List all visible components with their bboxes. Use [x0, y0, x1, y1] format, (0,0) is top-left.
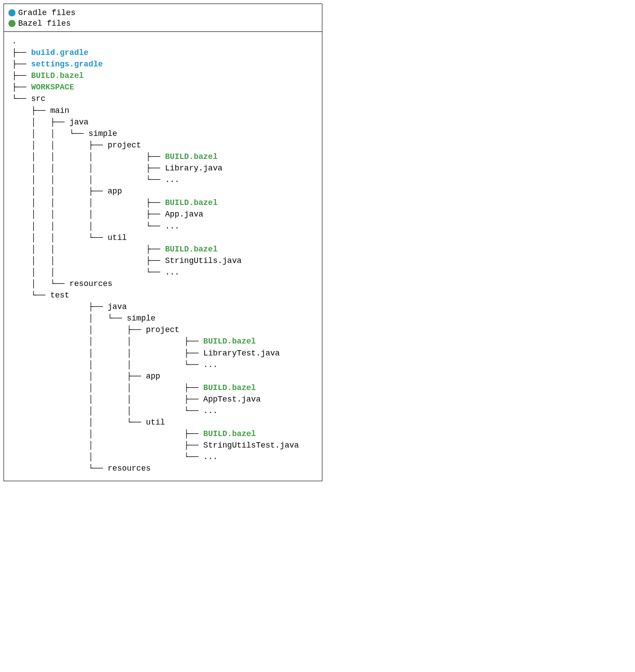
tree-branch-prefix: │ │ ├── — [12, 245, 165, 254]
tree-node-label: util — [146, 418, 165, 427]
tree-row: │ │ └── ... — [12, 405, 320, 417]
tree-node-label: WORKSPACE — [31, 83, 74, 92]
legend-item-gradle: Gradle files — [8, 8, 318, 18]
tree-row: ├── settings.gradle — [12, 58, 320, 70]
tree-branch-prefix: │ ├── — [12, 429, 203, 438]
tree-row: │ │ │ ├── BUILD.bazel — [12, 197, 320, 209]
tree-row: │ ├── java — [12, 116, 320, 128]
tree-row: ├── main — [12, 105, 320, 116]
diagram-container: Gradle files Bazel files .├── build.grad… — [4, 4, 322, 481]
tree-row: │ │ ├── project — [12, 139, 320, 151]
tree-branch-prefix: ├── — [12, 71, 31, 80]
tree-branch-prefix: └── — [12, 291, 50, 300]
tree-branch-prefix: ├── — [12, 60, 31, 69]
file-tree: .├── build.gradle├── settings.gradle├── … — [4, 32, 322, 481]
tree-branch-prefix: │ │ └── — [12, 129, 89, 138]
tree-branch-prefix: │ │ └── — [12, 360, 203, 369]
tree-row: │ │ ├── app — [12, 185, 320, 197]
tree-branch-prefix: │ │ ├── — [12, 141, 108, 150]
tree-node-label: StringUtils.java — [165, 256, 242, 265]
tree-branch-prefix: ├── — [12, 48, 31, 57]
tree-row: │ │ └── ... — [12, 359, 320, 371]
tree-row: │ └── simple — [12, 313, 320, 324]
tree-node-label: project — [108, 141, 141, 150]
tree-node-label: app — [108, 187, 122, 196]
tree-branch-prefix: │ ├── — [12, 372, 146, 381]
tree-node-label: java — [70, 118, 89, 127]
tree-row: │ ├── StringUtilsTest.java — [12, 440, 320, 451]
dot-gradle-icon — [8, 9, 15, 16]
tree-row: └── src — [12, 93, 320, 104]
tree-node-label: ... — [165, 175, 179, 184]
tree-branch-prefix: │ └── — [12, 314, 127, 323]
tree-branch-prefix: │ │ └── — [12, 233, 108, 242]
tree-node-label: test — [50, 291, 69, 300]
tree-node-label: LibraryTest.java — [203, 349, 280, 358]
tree-branch-prefix: ├── — [12, 106, 50, 115]
tree-node-label: Library.java — [165, 164, 223, 173]
tree-branch-prefix: │ │ ├── — [12, 395, 203, 404]
tree-row: │ │ │ ├── App.java — [12, 209, 320, 220]
tree-branch-prefix: └── — [12, 464, 108, 473]
tree-branch-prefix: │ │ └── — [12, 268, 165, 277]
tree-node-label: settings.gradle — [31, 60, 103, 69]
tree-node-label: app — [146, 372, 160, 381]
legend: Gradle files Bazel files — [4, 4, 322, 32]
tree-node-label: AppTest.java — [203, 395, 261, 404]
tree-node-label: java — [108, 302, 127, 311]
dot-bazel-icon — [8, 20, 15, 27]
tree-node-label: StringUtilsTest.java — [203, 441, 299, 450]
legend-gradle-label: Gradle files — [18, 8, 76, 17]
tree-row: │ │ ├── LibraryTest.java — [12, 348, 320, 359]
tree-node-label: util — [108, 233, 127, 242]
tree-row: │ │ └── simple — [12, 128, 320, 139]
tree-branch-prefix: ├── — [12, 302, 108, 311]
tree-row: ├── build.gradle — [12, 47, 320, 58]
tree-row: │ │ └── util — [12, 232, 320, 243]
tree-branch-prefix: │ └── — [12, 279, 70, 288]
tree-row: │ │ ├── BUILD.bazel — [12, 243, 320, 255]
tree-row: ├── BUILD.bazel — [12, 70, 320, 81]
tree-branch-prefix: │ │ │ └── — [12, 222, 165, 231]
tree-branch-prefix: │ ├── — [12, 118, 70, 127]
tree-branch-prefix: │ │ ├── — [12, 349, 203, 358]
tree-node-label: simple — [89, 129, 117, 138]
tree-row: │ └── util — [12, 417, 320, 428]
tree-branch-prefix: │ │ │ ├── — [12, 210, 165, 219]
tree-node-label: ... — [203, 360, 217, 369]
tree-row: │ │ │ └── ... — [12, 220, 320, 232]
tree-branch-prefix: │ │ │ ├── — [12, 198, 165, 207]
tree-node-label: App.java — [165, 210, 203, 219]
tree-node-label: ... — [165, 268, 179, 277]
tree-row: │ │ ├── AppTest.java — [12, 394, 320, 405]
tree-node-label: BUILD.bazel — [165, 245, 218, 254]
tree-node-label: ... — [165, 222, 179, 231]
tree-row: └── test — [12, 290, 320, 301]
legend-bazel-label: Bazel files — [18, 19, 71, 28]
tree-node-label: resources — [108, 464, 151, 473]
tree-branch-prefix: │ └── — [12, 418, 146, 427]
tree-branch-prefix: │ │ ├── — [12, 337, 203, 346]
tree-branch-prefix: . — [12, 37, 17, 46]
tree-row: └── resources — [12, 463, 320, 474]
tree-node-label: BUILD.bazel — [203, 337, 256, 346]
tree-branch-prefix: │ │ │ └── — [12, 175, 165, 184]
tree-node-label: main — [50, 106, 69, 115]
tree-branch-prefix: └── — [12, 94, 31, 103]
tree-branch-prefix: │ │ ├── — [12, 187, 108, 196]
tree-branch-prefix: │ │ ├── — [12, 256, 165, 265]
tree-row: │ │ │ ├── Library.java — [12, 162, 320, 174]
legend-item-bazel: Bazel files — [8, 18, 318, 29]
tree-node-label: BUILD.bazel — [203, 429, 256, 438]
tree-row: │ ├── BUILD.bazel — [12, 428, 320, 440]
tree-node-label: BUILD.bazel — [203, 383, 256, 392]
tree-row: │ ├── project — [12, 324, 320, 336]
tree-node-label: build.gradle — [31, 48, 89, 57]
tree-row: │ │ └── ... — [12, 266, 320, 278]
tree-branch-prefix: │ │ └── — [12, 406, 203, 415]
tree-branch-prefix: ├── — [12, 83, 31, 92]
tree-branch-prefix: │ │ ├── — [12, 383, 203, 392]
tree-branch-prefix: │ │ │ ├── — [12, 164, 165, 173]
tree-node-label: BUILD.bazel — [165, 198, 218, 207]
tree-node-label: BUILD.bazel — [165, 152, 218, 161]
